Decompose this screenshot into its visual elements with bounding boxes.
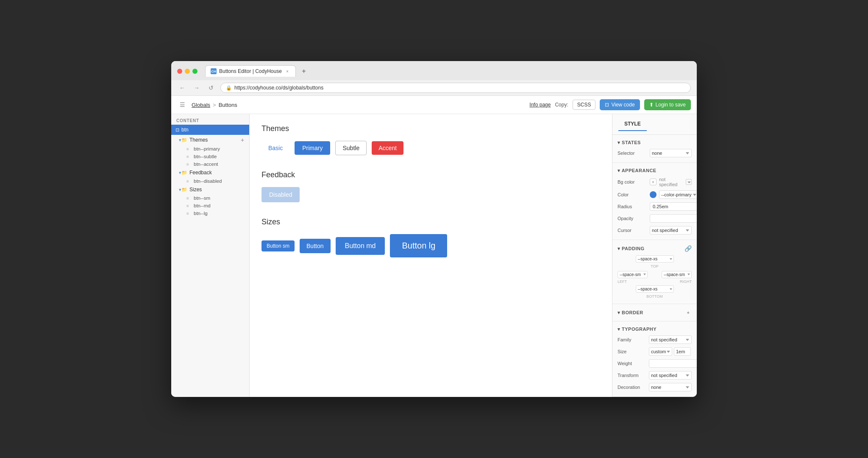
item-icon-lg: ≡	[186, 211, 192, 216]
sidebar-feedback-label: Feedback	[189, 170, 212, 176]
sidebar-item-btn-primary[interactable]: ≡ btn--primary	[175, 145, 249, 153]
tab-bar: CH Buttons Editor | CodyHouse × +	[205, 65, 691, 77]
weight-input[interactable]	[649, 359, 697, 368]
browser-window: CH Buttons Editor | CodyHouse × + ← → ↺ …	[171, 61, 697, 397]
sidebar-btn-subtle-label: btn--subtle	[194, 154, 217, 159]
typography-section-header[interactable]: ▾ TYPOGRAPHY	[612, 325, 697, 334]
sidebar-group-header-sizes[interactable]: ▾📁 Sizes	[175, 185, 249, 194]
breadcrumb-globals[interactable]: Globals	[192, 102, 210, 108]
size-type-select[interactable]: custom	[649, 347, 672, 356]
sidebar-item-btn-sm[interactable]: ≡ btn--sm	[175, 194, 249, 202]
color-row: Color --color-primary	[612, 189, 697, 201]
color-select[interactable]: --color-primary	[659, 190, 697, 199]
cursor-select[interactable]: not specified	[650, 226, 692, 235]
decoration-select[interactable]: none	[649, 383, 692, 391]
active-tab[interactable]: CH Buttons Editor | CodyHouse ×	[205, 65, 296, 77]
decoration-label: Decoration	[618, 385, 647, 390]
decoration-row: Decoration none	[612, 381, 697, 393]
back-button[interactable]: ←	[177, 83, 187, 93]
sidebar-item-btn[interactable]: ⊡ btn	[171, 125, 249, 135]
sidebar-group-themes: ▾📁 Themes + ≡ btn--primary ≡ btn--subtle…	[175, 135, 249, 168]
weight-label: Weight	[618, 361, 647, 366]
scss-button[interactable]: SCSS	[573, 100, 596, 110]
padding-section-header[interactable]: ▾ PADDING 🔗	[612, 243, 697, 254]
size-value-input[interactable]	[674, 347, 691, 356]
padding-top-select[interactable]: --space-xs	[636, 255, 674, 263]
typography-section: ▾ TYPOGRAPHY Family not specified Size c…	[612, 321, 697, 397]
transform-select[interactable]: not specified	[649, 371, 692, 380]
login-save-button[interactable]: ⬆ Login to save	[644, 99, 691, 110]
login-save-label: Login to save	[656, 102, 686, 108]
border-section: ▾ BORDER +	[612, 304, 697, 321]
bg-color-value: not specified	[659, 177, 683, 187]
sidebar-themes-label: Themes	[189, 137, 208, 143]
traffic-lights	[177, 69, 198, 74]
themes-button-row: Basic Primary Subtle Accent	[262, 141, 600, 155]
menu-button[interactable]: ☰	[177, 100, 187, 110]
item-icon-primary: ≡	[186, 147, 192, 151]
view-code-button[interactable]: ⊡ View code	[600, 99, 640, 110]
item-icon-disabled: ≡	[186, 179, 192, 184]
selector-select[interactable]: none	[650, 149, 692, 157]
sidebar-section-content: CONTENT	[171, 114, 249, 125]
opacity-input[interactable]	[650, 214, 697, 223]
bg-color-clear-btn[interactable]: ×	[650, 179, 657, 185]
states-section-header[interactable]: ▾ STATES	[612, 138, 697, 147]
sidebar-item-btn-accent[interactable]: ≡ btn--accent	[175, 160, 249, 168]
close-traffic-light[interactable]	[177, 69, 182, 74]
family-select[interactable]: not specified	[649, 335, 692, 344]
color-swatch[interactable]	[650, 191, 657, 198]
padding-bottom-select[interactable]: --space-xs	[636, 285, 674, 293]
sizes-button-row: Button sm Button Button md Button lg	[262, 234, 600, 257]
btn-primary[interactable]: Primary	[295, 141, 330, 155]
item-icon-md: ≡	[186, 204, 192, 208]
btn-sm[interactable]: Button sm	[262, 240, 295, 251]
refresh-button[interactable]: ↺	[206, 83, 216, 93]
bg-color-dropdown[interactable]	[686, 179, 692, 185]
btn-default[interactable]: Button	[300, 239, 330, 253]
transform-label: Transform	[618, 373, 647, 378]
sidebar-btn-lg-label: btn--lg	[194, 211, 208, 216]
btn-md[interactable]: Button md	[336, 237, 385, 255]
btn-accent[interactable]: Accent	[372, 141, 403, 155]
tab-close-btn[interactable]: ×	[284, 68, 290, 74]
appearance-section: ▾ APPEARANCE Bg color × not specified Co…	[612, 163, 697, 240]
info-page-link[interactable]: Info page	[529, 102, 551, 108]
btn-lg[interactable]: Button lg	[390, 234, 447, 257]
sidebar-item-btn-md[interactable]: ≡ btn--md	[175, 202, 249, 209]
radius-input[interactable]: 0.25em	[650, 202, 697, 211]
chain-icon[interactable]: 🔗	[684, 245, 692, 252]
sidebar-item-btn-lg[interactable]: ≡ btn--lg	[175, 209, 249, 217]
btn-basic[interactable]: Basic	[262, 141, 289, 155]
lr-labels: LEFT RIGHT	[612, 279, 697, 284]
sidebar-group-header-feedback[interactable]: ▾📁 Feedback	[175, 168, 249, 177]
bottom-label: BOTTOM	[612, 294, 697, 300]
feedback-button-row: Disabled	[262, 187, 600, 202]
sidebar-sizes-label: Sizes	[189, 187, 202, 193]
tab-favicon: CH	[211, 68, 217, 74]
padding-left-select[interactable]: --space-sm	[618, 271, 648, 278]
address-bar: ← → ↺ 🔒 https://codyhouse.co/ds/globals/…	[171, 80, 697, 96]
right-label: RIGHT	[680, 279, 692, 284]
appearance-section-header[interactable]: ▾ APPEARANCE	[612, 166, 697, 175]
style-tab[interactable]: STYLE	[618, 117, 647, 131]
add-theme-button[interactable]: +	[239, 137, 246, 143]
url-bar[interactable]: 🔒 https://codyhouse.co/ds/globals/button…	[220, 83, 691, 93]
border-label: ▾ BORDER	[618, 310, 643, 316]
size-row: Size custom	[612, 346, 697, 357]
radius-label: Radius	[618, 204, 647, 209]
btn-subtle[interactable]: Subtle	[335, 141, 367, 155]
login-save-icon: ⬆	[649, 102, 654, 108]
new-tab-button[interactable]: +	[298, 66, 309, 77]
forward-button[interactable]: →	[192, 83, 202, 93]
sidebar-group-header-themes[interactable]: ▾📁 Themes +	[175, 135, 249, 145]
sidebar-item-btn-subtle[interactable]: ≡ btn--subtle	[175, 153, 249, 160]
add-border-btn[interactable]: +	[685, 309, 692, 316]
minimize-traffic-light[interactable]	[185, 69, 190, 74]
sidebar-item-btn-disabled[interactable]: ≡ btn--disabled	[175, 177, 249, 185]
padding-section: ▾ PADDING 🔗 --space-xs TOP --space-sm	[612, 240, 697, 304]
fullscreen-traffic-light[interactable]	[192, 69, 198, 74]
padding-right-select[interactable]: --space-sm	[662, 271, 692, 278]
folder-icon-feedback: ▾📁	[179, 170, 187, 176]
border-section-header[interactable]: ▾ BORDER +	[612, 307, 697, 318]
